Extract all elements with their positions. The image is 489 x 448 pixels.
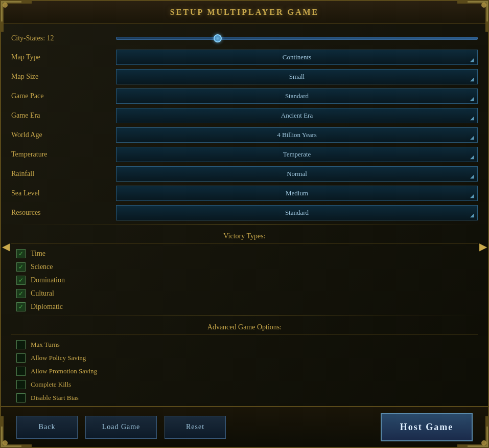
main-content: City-States: 12 Map Type Continents Map … — [1, 24, 488, 406]
map-size-dropdown[interactable]: Small — [116, 69, 478, 84]
victory-domination[interactable]: ✓ Domination — [11, 274, 478, 287]
game-pace-label: Game Pace — [11, 92, 108, 100]
check-icon: ✓ — [18, 290, 24, 297]
allow-policy-saving-checkbox[interactable] — [16, 353, 26, 363]
sea-level-value: Medium — [286, 189, 308, 197]
resources-value: Standard — [285, 209, 309, 217]
option-allow-policy-saving[interactable]: Allow Policy Saving — [11, 351, 478, 365]
disable-start-bias-checkbox[interactable] — [16, 393, 26, 402]
button-bar: Back Load Game Reset Host Game — [1, 406, 488, 447]
allow-promotion-saving-label: Allow Promotion Saving — [31, 367, 97, 375]
world-age-dropdown[interactable]: 4 Billion Years — [116, 127, 478, 143]
svg-point-0 — [3, 3, 8, 8]
svg-point-1 — [481, 3, 486, 8]
victory-cultural-checkbox[interactable]: ✓ — [16, 289, 26, 298]
game-era-dropdown[interactable]: Ancient Era — [116, 108, 478, 123]
sea-level-dropdown[interactable]: Medium — [116, 186, 478, 201]
game-pace-dropdown[interactable]: Standard — [116, 88, 478, 104]
rainfall-dropdown[interactable]: Normal — [116, 166, 478, 182]
rainfall-label: Rainfall — [11, 170, 108, 178]
corner-decoration-tl — [1, 1, 32, 32]
allow-policy-saving-label: Allow Policy Saving — [31, 354, 86, 362]
divider-2 — [11, 316, 478, 316]
right-arrow-icon[interactable]: ▶ — [479, 240, 487, 253]
game-era-row: Game Era Ancient Era — [11, 106, 478, 125]
game-pace-row: Game Pace Standard — [11, 86, 478, 106]
victory-cultural[interactable]: ✓ Cultural — [11, 287, 478, 300]
page-title: SETUP MULTIPLAYER GAME — [170, 8, 319, 17]
map-type-value: Continents — [283, 53, 311, 61]
option-max-turns[interactable]: Max Turns — [11, 338, 478, 351]
map-size-label: Map Size — [11, 73, 108, 81]
game-pace-value: Standard — [285, 92, 309, 100]
complete-kills-label: Complete Kills — [31, 380, 71, 389]
max-turns-label: Max Turns — [31, 341, 60, 349]
check-icon: ✓ — [18, 251, 24, 257]
victory-science-label: Science — [31, 263, 53, 271]
victory-domination-checkbox[interactable]: ✓ — [16, 276, 26, 285]
victory-science-checkbox[interactable]: ✓ — [16, 262, 26, 272]
rainfall-row: Rainfall Normal — [11, 164, 478, 184]
victory-diplomatic[interactable]: ✓ Diplomatic — [11, 300, 478, 313]
world-age-row: World Age 4 Billion Years — [11, 125, 478, 145]
temperature-row: Temperature Temperate — [11, 145, 478, 164]
map-type-label: Map Type — [11, 53, 108, 61]
check-icon: ✓ — [18, 277, 24, 283]
main-frame: SETUP MULTIPLAYER GAME City-States: 12 M… — [0, 0, 489, 448]
game-era-label: Game Era — [11, 111, 108, 120]
city-states-label: City-States: 12 — [11, 34, 108, 42]
title-bar: SETUP MULTIPLAYER GAME — [1, 1, 488, 24]
city-states-slider-track — [116, 37, 478, 40]
option-disable-start-bias[interactable]: Disable Start Bias — [11, 391, 478, 405]
map-type-dropdown[interactable]: Continents — [116, 50, 478, 65]
advanced-options-header: Advanced Game Options: — [11, 318, 478, 335]
svg-point-2 — [3, 440, 8, 445]
option-enable-turn-timer[interactable]: Enable Turn Timer — [11, 405, 478, 406]
city-states-slider-thumb[interactable] — [214, 34, 222, 42]
resources-label: Resources — [11, 209, 108, 217]
sea-level-label: Sea Level — [11, 189, 108, 197]
map-size-row: Map Size Small — [11, 67, 478, 86]
option-complete-kills[interactable]: Complete Kills — [11, 378, 478, 391]
check-icon: ✓ — [18, 304, 24, 310]
temperature-label: Temperature — [11, 150, 108, 159]
sea-level-row: Sea Level Medium — [11, 184, 478, 203]
victory-diplomatic-checkbox[interactable]: ✓ — [16, 302, 26, 311]
allow-promotion-saving-checkbox[interactable] — [16, 367, 26, 376]
option-allow-promotion-saving[interactable]: Allow Promotion Saving — [11, 365, 478, 378]
load-game-button[interactable]: Load Game — [85, 416, 157, 439]
world-age-value: 4 Billion Years — [277, 131, 317, 139]
victory-science[interactable]: ✓ Science — [11, 260, 478, 274]
check-icon: ✓ — [18, 264, 24, 270]
victory-domination-label: Domination — [31, 276, 65, 284]
victory-time-checkbox[interactable]: ✓ — [16, 249, 26, 258]
game-era-value: Ancient Era — [281, 111, 313, 120]
resources-row: Resources Standard — [11, 203, 478, 222]
left-arrow-icon[interactable]: ◀ — [2, 240, 10, 253]
reset-button[interactable]: Reset — [165, 416, 226, 439]
divider-1 — [11, 225, 478, 225]
map-size-value: Small — [289, 73, 305, 81]
settings-panel[interactable]: City-States: 12 Map Type Continents Map … — [1, 24, 488, 406]
resources-dropdown[interactable]: Standard — [116, 205, 478, 220]
city-states-slider-container — [116, 33, 478, 43]
victory-diplomatic-label: Diplomatic — [31, 303, 63, 311]
map-type-row: Map Type Continents — [11, 48, 478, 67]
max-turns-checkbox[interactable] — [16, 340, 26, 349]
complete-kills-checkbox[interactable] — [16, 380, 26, 389]
svg-point-3 — [481, 440, 486, 445]
victory-time[interactable]: ✓ Time — [11, 247, 478, 260]
victory-time-label: Time — [31, 250, 45, 258]
city-states-row: City-States: 12 — [11, 29, 478, 48]
temperature-dropdown[interactable]: Temperate — [116, 147, 478, 162]
rainfall-value: Normal — [287, 170, 307, 178]
world-age-label: World Age — [11, 131, 108, 139]
victory-types-header: Victory Types: — [11, 227, 478, 244]
corner-decoration-bl — [1, 416, 32, 447]
corner-decoration-tr — [457, 1, 488, 32]
disable-start-bias-label: Disable Start Bias — [31, 394, 79, 402]
corner-decoration-br — [457, 416, 488, 447]
temperature-value: Temperate — [283, 150, 311, 159]
victory-cultural-label: Cultural — [31, 289, 54, 298]
